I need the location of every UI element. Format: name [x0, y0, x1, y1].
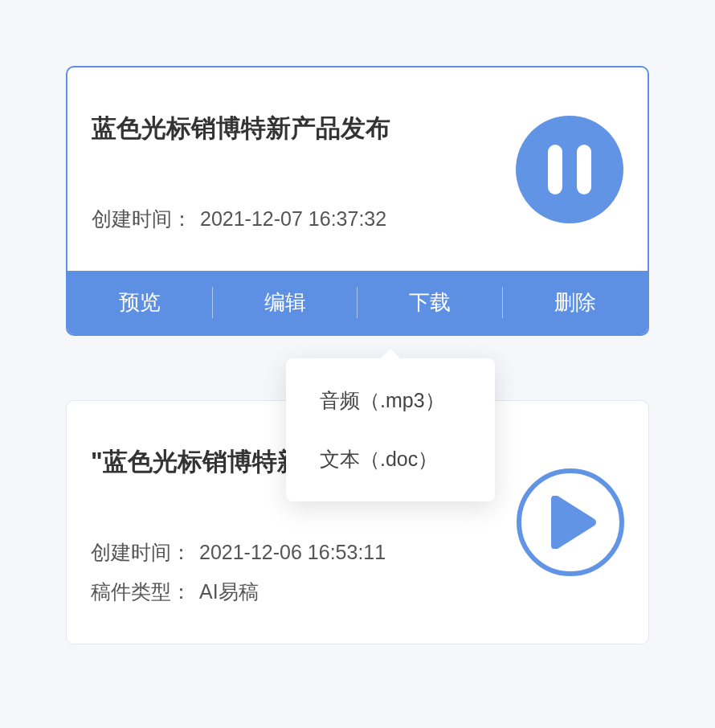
created-time: 2021-12-07 16:37:32 — [200, 207, 386, 230]
dropdown-item-text[interactable]: 文本（.doc） — [286, 430, 495, 489]
edit-button[interactable]: 编辑 — [213, 271, 358, 334]
play-button[interactable] — [517, 468, 624, 576]
pause-icon — [548, 145, 591, 194]
meta-doc-type: 稿件类型：AI易稿 — [91, 579, 624, 605]
doc-type-label: 稿件类型： — [91, 580, 191, 603]
created-label: 创建时间： — [92, 207, 192, 230]
action-bar: 预览 编辑 下载 删除 — [67, 271, 648, 334]
download-button[interactable]: 下载 — [358, 271, 503, 334]
delete-button[interactable]: 删除 — [503, 271, 648, 334]
download-dropdown: 音频（.mp3） 文本（.doc） — [286, 358, 495, 501]
doc-type-value: AI易稿 — [199, 580, 259, 603]
created-time: 2021-12-06 16:53:11 — [199, 541, 386, 563]
preview-button[interactable]: 预览 — [67, 271, 213, 334]
card-item: 蓝色光标销博特新产品发布 创建时间：2021-12-07 16:37:32 预览… — [66, 66, 649, 336]
created-label: 创建时间： — [91, 541, 191, 563]
card-title: 蓝色光标销博特新产品发布 — [92, 112, 477, 145]
play-icon — [550, 496, 597, 549]
pause-button[interactable] — [516, 116, 623, 223]
card-body: 蓝色光标销博特新产品发布 创建时间：2021-12-07 16:37:32 — [67, 67, 648, 271]
dropdown-item-audio[interactable]: 音频（.mp3） — [286, 371, 495, 430]
